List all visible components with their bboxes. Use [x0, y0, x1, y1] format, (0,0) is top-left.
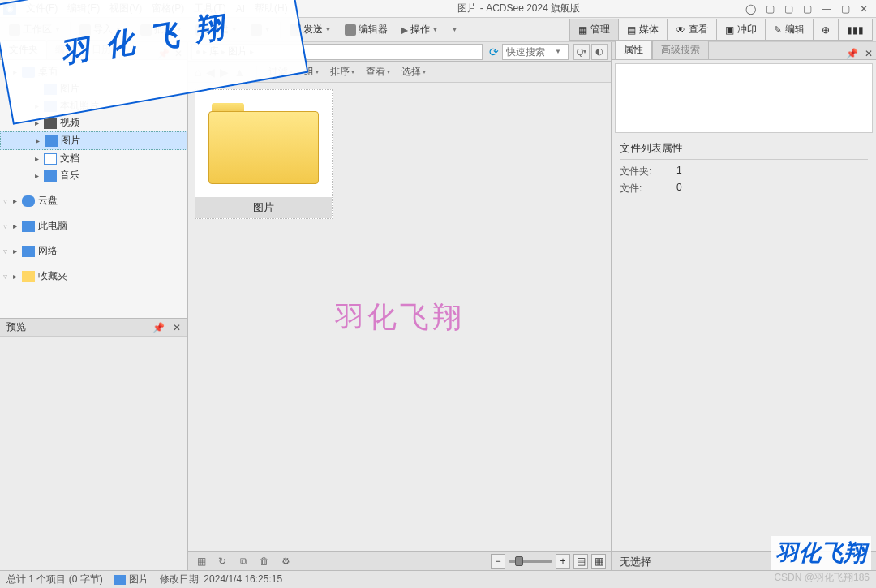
send-button[interactable]: 发送▼: [284, 20, 337, 39]
search-input[interactable]: [503, 46, 552, 58]
menu-view[interactable]: 视图(V): [105, 0, 147, 17]
menu-tools[interactable]: 工具(T): [189, 0, 230, 17]
filter-q-button[interactable]: Q▾: [573, 44, 590, 60]
maximize-button[interactable]: ▢: [841, 3, 850, 15]
footer-rotate-icon[interactable]: ↻: [214, 554, 230, 569]
minimize-button[interactable]: —: [822, 3, 831, 15]
footer-delete-icon[interactable]: 🗑: [256, 554, 273, 569]
layout-2-icon[interactable]: ▢: [784, 3, 793, 15]
tab-folder[interactable]: 文件夹: [0, 40, 47, 59]
mode-dashboard[interactable]: ⊕: [814, 19, 839, 41]
mode-manage[interactable]: ▦管理: [569, 19, 619, 41]
thumbnail-area[interactable]: 图片 羽化飞翔: [188, 83, 611, 551]
tree-picsub[interactable]: 图片: [0, 80, 187, 97]
layout-3-icon[interactable]: ▢: [803, 3, 812, 15]
tree-cloud[interactable]: ▿▸云盘: [0, 192, 187, 209]
tree-pictures[interactable]: ▸图片: [0, 131, 187, 150]
view-select[interactable]: 选择▾: [402, 65, 426, 79]
pin-icon[interactable]: 📌: [157, 48, 170, 59]
pin-icon[interactable]: 📌: [152, 322, 165, 333]
view-group[interactable]: 组▾: [304, 65, 319, 79]
crumb-lib[interactable]: 库: [209, 45, 219, 58]
crumb-pics[interactable]: 图片: [228, 45, 247, 58]
tree-network[interactable]: ▿▸网络: [0, 242, 187, 260]
close-button[interactable]: ✕: [860, 3, 868, 15]
create-button[interactable]: 创建▼: [190, 20, 243, 39]
shield-icon: ▿: [3, 247, 7, 255]
view-detail-icon[interactable]: ▦: [591, 554, 606, 569]
thumbnail-label: 图片: [195, 197, 332, 218]
menu-file[interactable]: 文件(F): [21, 0, 62, 17]
network-icon: [22, 246, 35, 257]
footer-compare-icon[interactable]: ⧉: [235, 554, 251, 569]
star-icon: [22, 271, 35, 282]
tab-catalog[interactable]: 编目: [46, 40, 84, 59]
batch-button[interactable]: 批量▼: [135, 20, 188, 39]
layout-1-icon[interactable]: ▢: [766, 3, 775, 15]
toolbar: 工作区▼ 导入▼ 批量▼ 创建▼ ▼ 发送▼ 编辑器 ▶操作▼ ▼ ▦管理 ▤媒…: [0, 18, 876, 42]
tree-thispc[interactable]: ▿▸此电脑: [0, 217, 187, 234]
tree-desktop[interactable]: ▿▸桌面: [0, 63, 187, 80]
edit-icon: ✎: [774, 24, 782, 36]
menu-help[interactable]: 帮助(H): [250, 0, 293, 17]
footer-grid-icon[interactable]: ▦: [193, 554, 209, 569]
pin-icon[interactable]: 📌: [846, 48, 858, 59]
tree-video[interactable]: ▸视频: [0, 114, 187, 131]
shield-icon: ▿: [3, 196, 7, 205]
zoom-out-button[interactable]: −: [491, 554, 505, 569]
property-list: 文件列表属性 文件夹:1 文件:0: [612, 136, 876, 551]
footer-gear-icon[interactable]: ⚙: [277, 554, 294, 569]
folder-thumbnail[interactable]: 图片: [195, 89, 333, 219]
menu-ai[interactable]: AI: [231, 2, 250, 16]
editor-button[interactable]: 编辑器: [339, 20, 393, 39]
thumb-footer: ▦ ↻ ⧉ 🗑 ⚙ − + ▤ ▦: [188, 551, 611, 570]
close-pane-icon[interactable]: ✕: [174, 48, 182, 59]
folder-icon: [208, 103, 319, 184]
mode-view[interactable]: 👁查看: [668, 19, 717, 41]
operate-button[interactable]: ▶操作▼: [395, 20, 444, 39]
filter-toggle-button[interactable]: ◐: [591, 44, 608, 60]
preview-pane: 预览 📌✕: [0, 319, 187, 570]
quick-search[interactable]: ▼: [502, 44, 569, 60]
nav-fwd-icon[interactable]: ▶: [220, 66, 229, 79]
right-panel: 属性 高级搜索 📌✕ 文件列表属性 文件夹:1 文件:0 无选择: [611, 42, 876, 570]
view-list-icon[interactable]: ▤: [573, 554, 588, 569]
tab-properties[interactable]: 属性: [615, 40, 652, 59]
cloud-icon: [22, 195, 35, 207]
nav-home-icon[interactable]: ⌂: [195, 66, 201, 79]
user-icon[interactable]: ◯: [745, 3, 756, 15]
zoom-slider[interactable]: [509, 560, 552, 563]
breadcrumb[interactable]: ●▸ 库▸ 图片▸: [191, 44, 483, 60]
refresh-icon[interactable]: ⟳: [486, 45, 502, 58]
nav-back-icon[interactable]: ◀: [206, 66, 215, 79]
view-filter[interactable]: 过滤▾: [268, 65, 293, 79]
view-view[interactable]: 查看▾: [366, 65, 390, 79]
close-preview-icon[interactable]: ✕: [173, 322, 181, 333]
center-watermark: 羽化飞翔: [335, 297, 465, 337]
status-total: 总计 1 个项目 (0 字节): [6, 573, 103, 586]
overflow-button[interactable]: ▼: [445, 24, 463, 36]
tree-favorites[interactable]: ▿▸收藏夹: [0, 268, 187, 285]
mode-stats[interactable]: ▮▮▮: [839, 19, 873, 41]
folder-tree[interactable]: ▿▸桌面 图片 ▸本机照片 ▸视频 ▸图片 ▸文档 ▸音乐 ▿▸云盘 ▿▸此电脑…: [0, 60, 187, 319]
view-sort[interactable]: 排序▾: [330, 65, 354, 79]
pc-icon: [22, 221, 35, 232]
slideshow-button[interactable]: ▼: [245, 22, 277, 38]
mode-edit[interactable]: ✎编辑: [766, 19, 814, 41]
menu-pane[interactable]: 窗格(P): [147, 0, 189, 17]
nav-up-icon[interactable]: ▲: [234, 66, 245, 79]
tree-photos[interactable]: ▸本机照片: [0, 97, 187, 114]
property-preview: [615, 63, 873, 133]
mode-develop[interactable]: ▣冲印: [717, 19, 766, 41]
zoom-in-button[interactable]: +: [556, 554, 570, 569]
import-button[interactable]: 导入▼: [74, 20, 127, 39]
tree-music[interactable]: ▸音乐: [0, 167, 187, 184]
prop-folders-value: 1: [676, 165, 682, 178]
tree-documents[interactable]: ▸文档: [0, 150, 187, 167]
mode-media[interactable]: ▤媒体: [619, 19, 668, 41]
workspace-button[interactable]: 工作区▼: [3, 20, 67, 39]
tab-calendar[interactable]: 日历: [83, 40, 120, 59]
tab-advsearch[interactable]: 高级搜索: [652, 40, 709, 59]
close-right-icon[interactable]: ✕: [865, 48, 873, 59]
menu-edit[interactable]: 编辑(E): [62, 0, 105, 17]
